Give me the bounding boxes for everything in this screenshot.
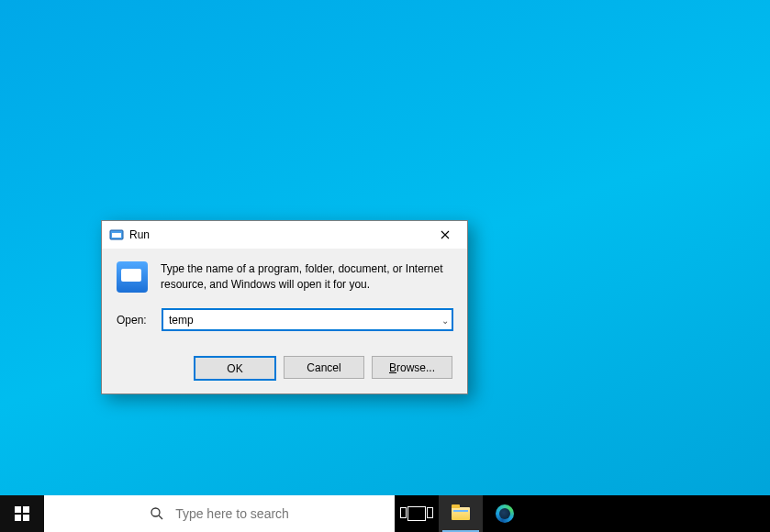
search-placeholder: Type here to search (175, 506, 289, 521)
start-button[interactable] (0, 495, 44, 532)
task-view-icon (407, 506, 426, 521)
open-input[interactable] (162, 309, 452, 330)
run-title-icon (109, 227, 124, 242)
file-explorer-button[interactable] (439, 495, 483, 532)
open-label: Open: (117, 314, 151, 327)
ok-button[interactable]: OK (194, 356, 276, 381)
run-dialog: Run Type the name of a program, folder, … (101, 220, 468, 394)
close-button[interactable] (427, 222, 463, 248)
search-icon (150, 506, 164, 521)
edge-icon (496, 504, 514, 523)
cancel-button[interactable]: Cancel (284, 356, 364, 379)
dialog-body: Type the name of a program, folder, docu… (102, 249, 467, 345)
open-combobox[interactable]: ⌄ (162, 309, 452, 330)
taskbar-search[interactable]: Type here to search (44, 495, 395, 532)
task-view-button[interactable] (395, 495, 439, 532)
svg-point-2 (151, 508, 160, 516)
titlebar[interactable]: Run (102, 221, 467, 249)
browse-button[interactable]: Browse... (372, 356, 452, 379)
taskbar: Type here to search (0, 495, 770, 532)
windows-logo-icon (15, 506, 29, 521)
svg-line-3 (159, 515, 162, 519)
dialog-title: Run (129, 228, 427, 241)
dialog-footer: OK Cancel Browse... (102, 345, 467, 393)
run-icon (117, 261, 148, 293)
dialog-description: Type the name of a program, folder, docu… (161, 261, 452, 293)
folder-icon (452, 507, 470, 520)
svg-rect-1 (112, 233, 121, 238)
edge-button[interactable] (483, 495, 527, 532)
